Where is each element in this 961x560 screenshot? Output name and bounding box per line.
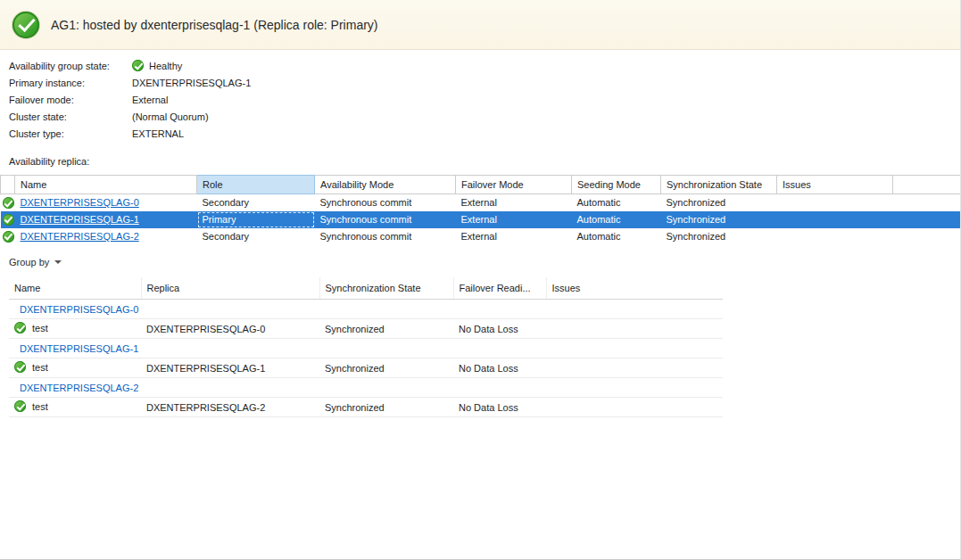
summary-row-group-state: Availability group state: Healthy — [9, 57, 960, 74]
replica-sync-state-cell: Synchronized — [661, 228, 777, 245]
database-row[interactable]: test DXENTERPRISESQLAG-0 Synchronized No… — [9, 319, 723, 339]
page-title: AG1: hosted by dxenterprisesqlag-1 (Repl… — [51, 18, 378, 32]
db-col-failover-readiness[interactable]: Failover Readi... — [453, 277, 546, 300]
replica-col-role[interactable]: Role — [197, 176, 315, 194]
replica-col-issues[interactable]: Issues — [777, 176, 893, 194]
replica-filler-cell — [893, 194, 961, 211]
db-name-cell: test — [9, 398, 141, 417]
replica-seeding-mode-cell: Automatic — [572, 211, 661, 228]
replica-table-header-row: Name Role Availability Mode Failover Mod… — [1, 176, 961, 194]
db-name-cell: test — [9, 319, 141, 339]
replica-ok-icon — [3, 231, 14, 243]
replica-seeding-mode-cell: Automatic — [572, 194, 661, 211]
availability-replica-label: Availability replica: — [9, 156, 960, 167]
replica-row-selected[interactable]: DXENTERPRISESQLAG-1 Primary Synchronous … — [1, 211, 961, 228]
replica-row[interactable]: DXENTERPRISESQLAG-0 Secondary Synchronou… — [1, 194, 961, 211]
group-by-button[interactable]: Group by — [9, 257, 62, 268]
replica-col-failover-mode[interactable]: Failover Mode — [456, 176, 572, 194]
replica-failover-mode-cell: External — [456, 194, 572, 211]
summary-label: Primary instance: — [9, 78, 132, 88]
summary-value: DXENTERPRISESQLAG-1 — [132, 78, 251, 88]
summary-row-cluster-state: Cluster state: (Normal Quorum) — [9, 108, 960, 125]
replica-col-filler — [893, 176, 961, 194]
db-col-name[interactable]: Name — [9, 277, 141, 300]
db-sync-state-cell: Synchronized — [319, 398, 453, 417]
replica-availability-mode-cell: Synchronous commit — [315, 194, 456, 211]
replica-sync-state-cell: Synchronized — [661, 194, 777, 211]
chevron-down-icon — [54, 260, 62, 264]
db-replica-cell: DXENTERPRISESQLAG-0 — [141, 319, 319, 339]
database-group-header[interactable]: DXENTERPRISESQLAG-1 — [9, 339, 723, 358]
replica-issues-cell — [777, 194, 893, 211]
db-sync-state-cell: Synchronized — [319, 358, 453, 378]
replica-name-cell: DXENTERPRISESQLAG-1 — [15, 211, 197, 228]
summary-label: Cluster state: — [9, 111, 132, 122]
db-ok-icon — [14, 322, 26, 334]
db-col-synchronization-state[interactable]: Synchronization State — [319, 277, 453, 300]
database-group-name[interactable]: DXENTERPRISESQLAG-1 — [9, 339, 723, 358]
summary-panel: Availability group state: Healthy Primar… — [0, 50, 960, 142]
summary-label: Cluster type: — [9, 128, 132, 139]
replica-col-availability-mode[interactable]: Availability Mode — [315, 176, 456, 194]
db-issues-cell — [546, 398, 723, 417]
replica-seeding-mode-cell: Automatic — [572, 228, 661, 245]
db-ok-icon — [14, 361, 26, 373]
replica-col-name[interactable]: Name — [15, 176, 197, 194]
db-failover-readiness-cell: No Data Loss — [453, 398, 546, 417]
db-issues-cell — [546, 358, 723, 378]
summary-label: Availability group state: — [9, 61, 132, 71]
replica-sync-state-cell: Synchronized — [661, 211, 777, 228]
replica-col-status-icon[interactable] — [1, 176, 15, 194]
db-name-text: test — [32, 323, 48, 334]
replica-col-synchronization-state[interactable]: Synchronization State — [661, 176, 777, 194]
replica-filler-cell — [893, 228, 961, 245]
replica-row[interactable]: DXENTERPRISESQLAG-2 Secondary Synchronou… — [1, 228, 961, 245]
db-issues-cell — [546, 319, 723, 339]
ag-dashboard: AG1: hosted by dxenterprisesqlag-1 (Repl… — [0, 0, 960, 417]
db-failover-readiness-cell: No Data Loss — [453, 319, 546, 339]
database-table-header-row: Name Replica Synchronization State Failo… — [9, 277, 723, 300]
replica-failover-mode-cell: External — [456, 228, 572, 245]
db-col-replica[interactable]: Replica — [141, 277, 319, 300]
replica-ok-icon — [3, 197, 14, 209]
database-group-header[interactable]: DXENTERPRISESQLAG-0 — [9, 300, 723, 319]
replica-status-cell — [1, 194, 15, 211]
database-row[interactable]: test DXENTERPRISESQLAG-2 Synchronized No… — [9, 398, 723, 417]
replica-name-link[interactable]: DXENTERPRISESQLAG-0 — [21, 197, 139, 208]
summary-row-primary-instance: Primary instance: DXENTERPRISESQLAG-1 — [9, 74, 960, 91]
replica-availability-mode-cell: Synchronous commit — [315, 211, 456, 228]
replica-availability-mode-cell: Synchronous commit — [315, 228, 456, 245]
replica-role-cell: Secondary — [197, 194, 315, 211]
replica-col-seeding-mode[interactable]: Seeding Mode — [572, 176, 661, 194]
db-ok-icon — [14, 400, 26, 412]
replica-name-link[interactable]: DXENTERPRISESQLAG-1 — [21, 214, 139, 225]
database-row[interactable]: test DXENTERPRISESQLAG-1 Synchronized No… — [9, 358, 723, 378]
db-replica-cell: DXENTERPRISESQLAG-2 — [141, 398, 319, 417]
database-group-name[interactable]: DXENTERPRISESQLAG-2 — [9, 378, 723, 398]
db-replica-cell: DXENTERPRISESQLAG-1 — [141, 358, 319, 378]
summary-value: EXTERNAL — [132, 128, 184, 139]
db-col-issues[interactable]: Issues — [546, 277, 723, 300]
replica-ok-icon — [3, 214, 14, 226]
database-group-header[interactable]: DXENTERPRISESQLAG-2 — [9, 378, 723, 398]
healthy-check-icon — [12, 12, 39, 38]
db-name-text: test — [32, 401, 48, 412]
summary-row-failover-mode: Failover mode: External — [9, 91, 960, 108]
database-group-name[interactable]: DXENTERPRISESQLAG-0 — [9, 300, 723, 319]
replica-status-cell — [1, 228, 15, 245]
replica-name-link[interactable]: DXENTERPRISESQLAG-2 — [21, 231, 139, 242]
summary-value: (Normal Quorum) — [132, 111, 209, 122]
dashboard-header: AG1: hosted by dxenterprisesqlag-1 (Repl… — [0, 0, 960, 50]
summary-value: External — [132, 95, 168, 105]
replica-name-cell: DXENTERPRISESQLAG-2 — [15, 228, 197, 245]
replica-failover-mode-cell: External — [456, 211, 572, 228]
summary-row-cluster-type: Cluster type: EXTERNAL — [9, 125, 960, 142]
db-failover-readiness-cell: No Data Loss — [453, 358, 546, 378]
db-sync-state-cell: Synchronized — [319, 319, 453, 339]
replica-issues-cell — [777, 211, 893, 228]
db-name-cell: test — [9, 358, 141, 378]
replica-role-cell: Primary — [197, 211, 315, 228]
replica-filler-cell — [893, 211, 961, 228]
replica-issues-cell — [777, 228, 893, 245]
replica-role-cell: Secondary — [197, 228, 315, 245]
